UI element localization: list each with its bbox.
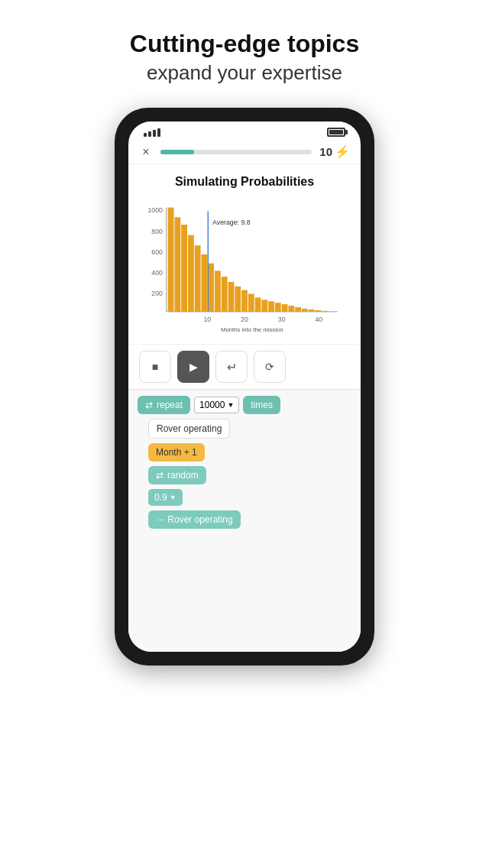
- probability-row: 0.9 ▼: [148, 489, 351, 506]
- svg-rect-15: [188, 235, 194, 312]
- controls-area: ■ ▶ ↵ ⟳: [128, 344, 361, 389]
- svg-text:40: 40: [316, 316, 323, 323]
- times-pill: times: [243, 396, 280, 414]
- svg-rect-34: [316, 310, 322, 312]
- random-row: ⇄ random: [148, 466, 351, 484]
- chart-section: Simulating Probabilities 1000 800 600 40…: [128, 164, 361, 344]
- status-bar: [128, 121, 361, 140]
- svg-rect-32: [302, 309, 308, 312]
- repeat-value-dropdown[interactable]: 10000 ▼: [194, 397, 239, 413]
- svg-rect-12: [168, 208, 174, 312]
- phone-screen: × 10 ⚡ Simulating Probabilities 1000 800: [128, 121, 361, 652]
- rover-operating-pill: Rover operating: [148, 419, 230, 439]
- svg-rect-29: [282, 305, 288, 313]
- code-area: ⇄ repeat 10000 ▼ times Rover operating: [128, 389, 361, 652]
- month-row: Month + 1: [148, 443, 351, 462]
- progress-track: [160, 150, 312, 154]
- random-icon: ⇄: [156, 470, 164, 481]
- repeat-pill[interactable]: ⇄ repeat: [138, 396, 190, 414]
- repeat-row: ⇄ repeat 10000 ▼ times: [138, 396, 351, 414]
- svg-rect-14: [181, 225, 187, 312]
- svg-rect-21: [228, 282, 235, 312]
- score-area: 10 ⚡: [319, 144, 350, 159]
- probability-dropdown-arrow-icon: ▼: [170, 494, 176, 501]
- svg-text:600: 600: [151, 248, 163, 256]
- play-button[interactable]: ▶: [177, 351, 209, 383]
- svg-rect-30: [288, 306, 294, 313]
- month-pill[interactable]: Month + 1: [148, 443, 205, 462]
- signal-icon: [144, 128, 160, 137]
- hero-section: Cutting-edge topics expand your expertis…: [84, 0, 405, 108]
- svg-text:20: 20: [241, 316, 248, 323]
- arrow-rover-row: → Rover operating: [148, 510, 351, 529]
- progress-area: × 10 ⚡: [128, 140, 361, 164]
- svg-rect-35: [322, 311, 328, 312]
- lightning-icon: ⚡: [335, 144, 350, 159]
- svg-rect-18: [208, 264, 214, 312]
- svg-rect-23: [241, 290, 248, 312]
- svg-text:400: 400: [151, 270, 163, 277]
- svg-text:30: 30: [278, 316, 286, 323]
- dropdown-arrow-icon: ▼: [227, 401, 234, 409]
- rover-operating-row: Rover operating: [148, 419, 351, 439]
- svg-rect-33: [309, 309, 315, 312]
- progress-fill: [160, 150, 194, 154]
- svg-rect-25: [255, 298, 261, 313]
- hero-title: Cutting-edge topics: [130, 29, 359, 58]
- score-number: 10: [319, 145, 332, 158]
- shuffle-button[interactable]: ⟳: [254, 351, 286, 383]
- svg-rect-22: [235, 287, 241, 312]
- svg-rect-17: [202, 254, 208, 312]
- skip-button[interactable]: ↵: [215, 351, 248, 383]
- svg-text:200: 200: [151, 290, 163, 298]
- svg-text:Months into the mission: Months into the mission: [221, 327, 283, 334]
- arrow-rover-pill[interactable]: → Rover operating: [148, 510, 241, 529]
- svg-rect-20: [222, 277, 228, 313]
- main-content: Simulating Probabilities 1000 800 600 40…: [128, 164, 361, 652]
- svg-rect-16: [195, 246, 201, 313]
- svg-text:Average: 9.8: Average: 9.8: [212, 219, 251, 226]
- probability-dropdown[interactable]: 0.9 ▼: [148, 489, 183, 506]
- chart-title: Simulating Probabilities: [136, 175, 353, 189]
- phone-shell: × 10 ⚡ Simulating Probabilities 1000 800: [115, 108, 374, 666]
- svg-text:1000: 1000: [147, 207, 163, 215]
- histogram-chart: 1000 800 600 400 200 10 20 30 40: [136, 196, 353, 338]
- svg-rect-19: [215, 271, 221, 313]
- svg-text:800: 800: [151, 228, 163, 235]
- svg-rect-28: [275, 303, 281, 313]
- svg-rect-24: [248, 294, 254, 312]
- svg-text:10: 10: [203, 316, 211, 323]
- svg-rect-31: [295, 307, 301, 312]
- battery-icon: [327, 128, 345, 137]
- random-pill[interactable]: ⇄ random: [148, 466, 206, 484]
- close-button[interactable]: ×: [139, 145, 153, 159]
- chart-container: 1000 800 600 400 200 10 20 30 40: [136, 196, 353, 338]
- stop-button[interactable]: ■: [139, 351, 171, 383]
- svg-rect-26: [261, 300, 267, 313]
- svg-rect-13: [174, 218, 180, 313]
- svg-rect-27: [268, 302, 274, 313]
- hero-subtitle: expand your expertise: [130, 61, 359, 85]
- repeat-icon: ⇄: [145, 400, 153, 410]
